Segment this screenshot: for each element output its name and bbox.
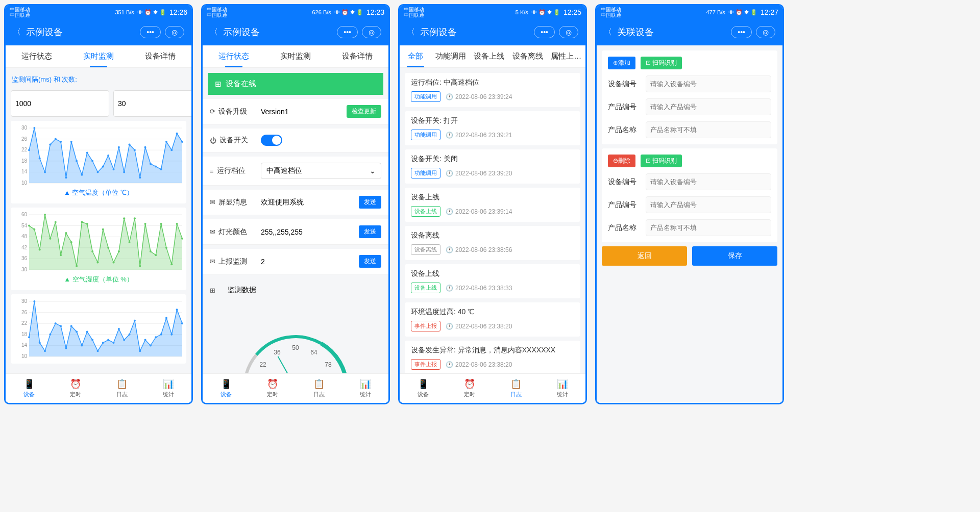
svg-point-114 [123, 339, 125, 341]
nav-stats[interactable]: 📊统计 [145, 374, 191, 403]
nav-log[interactable]: 📋日志 [99, 374, 145, 403]
nav-timer[interactable]: ⏰定时 [52, 374, 99, 403]
tab-func[interactable]: 功能调用 [431, 45, 470, 67]
log-item[interactable]: 运行档位: 中高速档位 功能调用 🕐 2022-08-06 23:39:24 [405, 73, 580, 107]
target-button[interactable]: ◎ [165, 26, 184, 38]
product-name-input[interactable] [646, 219, 771, 236]
mail-icon: ✉ [210, 258, 215, 265]
nav-timer[interactable]: ⏰定时 [249, 374, 296, 403]
log-item[interactable]: 设备离线 设备离线 🕐 2022-08-06 23:38:56 [405, 226, 580, 260]
send-color-button[interactable]: 发送 [359, 225, 381, 238]
back-button[interactable]: 返回 [602, 246, 687, 266]
svg-point-108 [91, 339, 93, 341]
nav-timer[interactable]: ⏰定时 [446, 374, 493, 403]
screen-logs: 中国移动中国联通 5 K/s👁 ⏰ ✱ 🔋12:25 〈示例设备 •••◎ 全部… [398, 4, 587, 404]
app-header: 〈示例设备 •••◎ [400, 19, 585, 45]
log-list: 运行档位: 中高速档位 功能调用 🕐 2022-08-06 23:39:24设备… [400, 68, 585, 373]
interval-input[interactable] [11, 90, 109, 117]
nav-log[interactable]: 📋日志 [493, 374, 539, 403]
svg-point-60 [60, 254, 62, 256]
log-item[interactable]: 设备上线 设备上线 🕐 2022-08-06 23:39:14 [405, 188, 580, 222]
svg-point-120 [155, 336, 157, 338]
log-item[interactable]: 设备发生异常: 异常消息，消息内容XXXXXXX 事件上报 🕐 2022-08-… [405, 341, 580, 373]
count-input[interactable] [113, 90, 191, 117]
tab-status[interactable]: 运行状态 [6, 45, 67, 67]
top-tabs: 运行状态 实时监测 设备详情 [203, 45, 388, 68]
send-report-button[interactable]: 发送 [359, 255, 381, 268]
online-banner: ⊞设备在线 [208, 73, 383, 95]
svg-point-116 [134, 320, 136, 322]
target-button[interactable]: ◎ [756, 26, 775, 38]
svg-point-100 [49, 334, 51, 336]
check-update-button[interactable]: 检查更新 [347, 105, 381, 118]
scan-button[interactable]: ⊡ 扫码识别 [641, 155, 682, 167]
tab-detail[interactable]: 设备详情 [327, 45, 388, 67]
add-device-form: ⊕添加 ⊡ 扫码识别 设备编号 产品编号 产品名称 [602, 50, 777, 144]
add-button[interactable]: ⊕添加 [608, 57, 635, 69]
nav-log[interactable]: 📋日志 [296, 374, 342, 403]
gear-select[interactable]: 中高速档位⌄ [261, 163, 381, 179]
back-icon[interactable]: 〈 [210, 27, 218, 38]
menu-button[interactable]: ••• [337, 26, 358, 38]
log-item[interactable]: 环境温度过高: 40 ℃ 事件上报 🕐 2022-08-06 23:38:20 [405, 302, 580, 337]
save-button[interactable]: 保存 [692, 246, 777, 266]
product-name-input[interactable] [646, 121, 771, 138]
bottom-nav: 📱设备 ⏰定时 📋日志 📊统计 [6, 373, 191, 403]
menu-button[interactable]: ••• [534, 26, 555, 38]
svg-line-135 [278, 356, 296, 373]
device-no-input[interactable] [646, 75, 771, 92]
device-icon: 📱 [23, 378, 35, 390]
menu-button[interactable]: ••• [140, 26, 161, 38]
svg-point-16 [49, 143, 51, 145]
svg-text:60: 60 [21, 212, 28, 217]
page-title: 示例设备 [26, 26, 63, 38]
svg-point-30 [123, 171, 125, 173]
app-header: 〈关联设备 •••◎ [597, 19, 782, 45]
svg-text:18: 18 [21, 331, 28, 337]
log-item[interactable]: 设备开关: 关闭 功能调用 🕐 2022-08-06 23:39:20 [405, 149, 580, 184]
menu-button[interactable]: ••• [731, 26, 752, 38]
status-bar: 中国移动 中国联通 351 B/s 👁 ⏰ ✱ 🔋 12:26 [6, 6, 191, 19]
tab-status[interactable]: 运行状态 [203, 45, 264, 67]
svg-point-39 [170, 149, 173, 151]
switch-row: ⏻设备开关 [203, 129, 388, 152]
svg-point-12 [28, 149, 30, 151]
screen-associate-device: 中国移动中国联通 477 B/s👁 ⏰ ✱ 🔋12:27 〈关联设备 •••◎ … [595, 4, 784, 404]
svg-text:22: 22 [259, 361, 266, 368]
target-button[interactable]: ◎ [559, 26, 578, 38]
humidity-chart: 303642485460 ▲ 空气湿度（单位 %） [11, 208, 186, 290]
nav-device[interactable]: 📱设备 [203, 374, 249, 403]
svg-point-54 [28, 225, 30, 227]
product-no-input[interactable] [646, 196, 771, 213]
nav-device[interactable]: 📱设备 [400, 374, 446, 403]
svg-point-99 [44, 350, 46, 352]
nav-device[interactable]: 📱设备 [6, 374, 52, 403]
back-icon[interactable]: 〈 [13, 27, 21, 38]
tab-attr[interactable]: 属性上… [547, 45, 586, 67]
device-no-input[interactable] [646, 173, 771, 190]
page-title: 示例设备 [420, 26, 457, 38]
tab-detail[interactable]: 设备详情 [130, 45, 191, 67]
log-item[interactable]: 设备上线 设备上线 🕐 2022-08-06 23:38:33 [405, 264, 580, 298]
send-msg-button[interactable]: 发送 [359, 196, 381, 209]
nav-stats[interactable]: 📊统计 [342, 374, 388, 403]
tab-realtime[interactable]: 实时监测 [67, 45, 129, 67]
delete-button[interactable]: ⊖删除 [608, 155, 635, 167]
tab-all[interactable]: 全部 [400, 45, 431, 67]
target-button[interactable]: ◎ [362, 26, 381, 38]
nav-stats[interactable]: 📊统计 [539, 374, 585, 403]
temperature-gauge: -68223650647892106空气温度 [203, 305, 388, 373]
product-no-input[interactable] [646, 98, 771, 115]
scan-button[interactable]: ⊡ 扫码识别 [641, 57, 682, 69]
tab-offline[interactable]: 设备离线 [508, 45, 547, 67]
device-switch[interactable] [261, 135, 282, 146]
status-bar: 中国移动中国联通 626 B/s👁 ⏰ ✱ 🔋12:23 [203, 6, 388, 19]
tab-realtime[interactable]: 实时监测 [264, 45, 326, 67]
log-item[interactable]: 设备开关: 打开 功能调用 🕐 2022-08-06 23:39:21 [405, 111, 580, 145]
tab-online[interactable]: 设备上线 [470, 45, 509, 67]
back-icon[interactable]: 〈 [407, 27, 415, 38]
svg-point-106 [81, 344, 83, 346]
back-icon[interactable]: 〈 [604, 27, 612, 38]
report-row: ✉上报监测 2 发送 [203, 249, 388, 274]
svg-point-32 [134, 149, 136, 151]
